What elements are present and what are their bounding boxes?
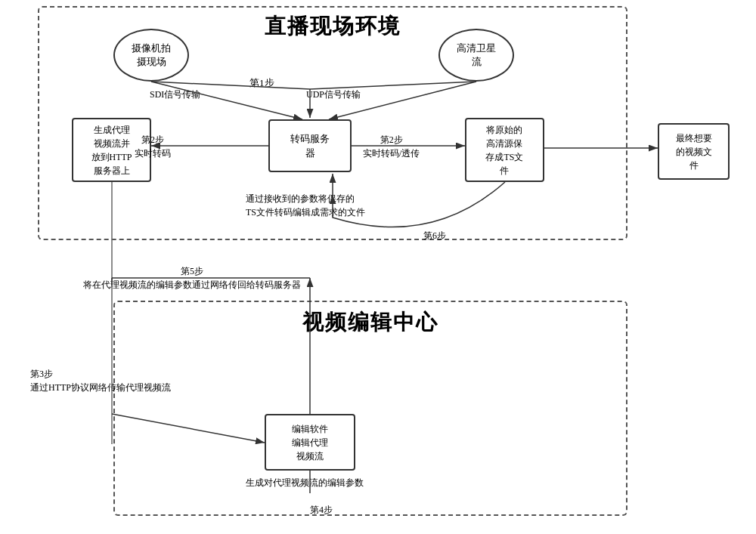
hd-satellite-label: 高清卫星 流 [457, 42, 496, 69]
step6-label: 第6步 [423, 229, 446, 242]
step2-left-label: 第2步实时转码 [135, 133, 171, 160]
edit-center-box: 视频编辑中心 [113, 301, 627, 516]
camera-oval: 摄像机拍 摄现场 [113, 29, 189, 82]
step5-label: 第5步将在代理视频流的编辑参数通过网络传回给转码服务器 [83, 264, 301, 292]
edit-center-title: 视频编辑中心 [302, 308, 438, 337]
transcode-server-label: 转码服务器 [290, 131, 330, 161]
final-video-box: 最终想要的视频文件 [658, 123, 730, 180]
edit-software-label: 编辑软件编辑代理视频流 [292, 422, 328, 463]
hd-satellite-oval: 高清卫星 流 [438, 29, 514, 82]
note-edit-params-label: 生成对代理视频流的编辑参数 [246, 476, 364, 489]
step1-udp-label: UDP信号传输 [306, 88, 361, 101]
step2-right-label: 第2步实时转码/透传 [363, 133, 420, 160]
camera-label: 摄像机拍 摄现场 [132, 42, 171, 69]
step1-label: 第1步 [249, 76, 274, 91]
transcode-server-box: 转码服务器 [268, 119, 352, 172]
note-ts-label: 通过接收到的参数将保存的TS文件转码编辑成需求的文件 [246, 192, 365, 219]
step4-label: 第4步 [310, 503, 333, 517]
generate-proxy-label: 生成代理视频流并放到HTTP服务器上 [91, 123, 132, 177]
save-ts-box: 将原始的高清源保存成TS文件 [465, 118, 544, 182]
live-env-title: 直播现场环境 [265, 12, 401, 41]
step3-label: 第3步通过HTTP协议网络传输代理视频流 [30, 367, 171, 394]
final-video-label: 最终想要的视频文件 [676, 131, 712, 172]
save-ts-label: 将原始的高清源保存成TS文件 [485, 123, 523, 177]
edit-software-box: 编辑软件编辑代理视频流 [265, 414, 355, 471]
step1-sdi-label: SDI信号传输 [150, 88, 200, 101]
diagram-container: 直播现场环境 视频编辑中心 摄像机拍 摄现场 高清卫星 流 转码服务器 生成代理… [15, 6, 741, 527]
